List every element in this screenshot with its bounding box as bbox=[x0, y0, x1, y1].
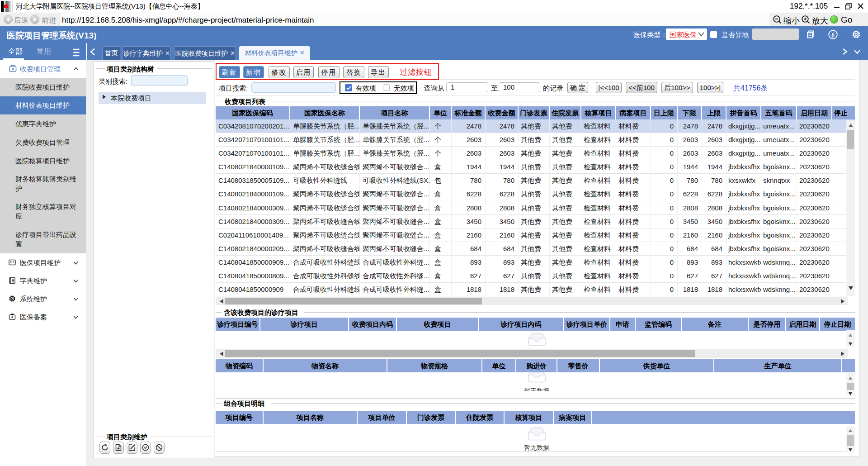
svg-text:¥: ¥ bbox=[12, 67, 14, 71]
